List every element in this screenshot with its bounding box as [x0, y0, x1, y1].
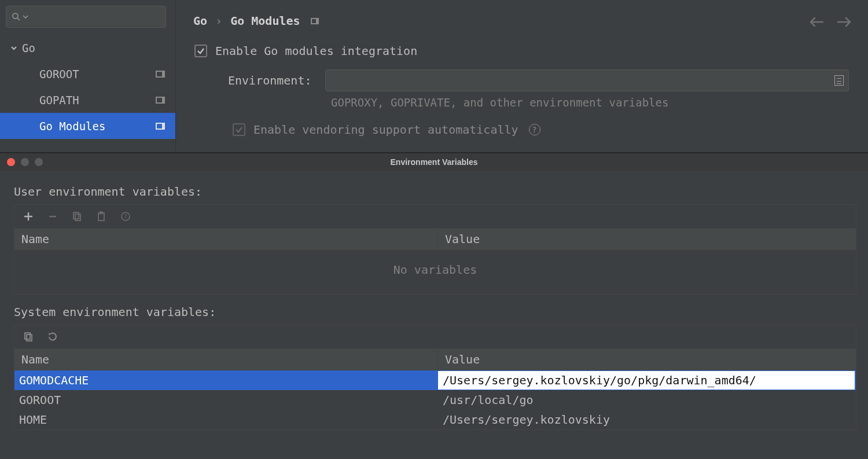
- svg-rect-4: [98, 213, 104, 221]
- tree-item-goroot[interactable]: GOROOT: [0, 61, 175, 87]
- cell-value: /Users/sergey.kozlovskiy: [438, 410, 856, 429]
- checkbox-label: Enable vendoring support automatically: [253, 123, 518, 137]
- cell-value: /usr/local/go: [438, 391, 856, 409]
- svg-line-1: [17, 18, 20, 20]
- column-header-value[interactable]: Value: [438, 229, 856, 249]
- tree-item-label: Go Modules: [39, 120, 151, 133]
- column-header-name[interactable]: Name: [14, 349, 438, 370]
- breadcrumb-leaf: Go Modules: [230, 14, 300, 28]
- copy-button[interactable]: [23, 331, 34, 343]
- project-badge-icon: [156, 123, 165, 130]
- search-icon: [11, 12, 21, 22]
- chevron-down-icon: [23, 14, 28, 20]
- user-vars-table: ? Name Value No variables: [14, 204, 856, 295]
- table-row[interactable]: HOME/Users/sergey.kozlovskiy: [14, 410, 856, 429]
- breadcrumb: Go › Go Modules: [193, 14, 851, 28]
- window-close-button[interactable]: [7, 158, 15, 166]
- tree-item-go-modules[interactable]: Go Modules: [0, 113, 175, 139]
- environment-input[interactable]: [325, 69, 849, 91]
- svg-rect-8: [25, 333, 30, 339]
- project-badge-icon: [156, 71, 165, 78]
- dialog-title: Environment Variables: [391, 157, 478, 167]
- checkbox-icon: [233, 123, 245, 136]
- environment-variables-dialog: Environment Variables User environment v…: [0, 153, 868, 459]
- environment-hint: GOPROXY, GOPRIVATE, and other environmen…: [194, 96, 851, 109]
- list-icon[interactable]: [834, 75, 844, 86]
- tree-item-label: GOROOT: [39, 68, 151, 80]
- environment-label: Environment:: [228, 74, 315, 87]
- back-button[interactable]: [809, 16, 824, 28]
- chevron-right-icon: ›: [215, 14, 222, 28]
- settings-tree: Go GOROOT GOPATH Go Modules: [0, 34, 175, 139]
- svg-rect-9: [27, 335, 32, 341]
- table-row[interactable]: GOMODCACHE/Users/sergey.kozlovskiy/go/pk…: [14, 370, 856, 390]
- column-header-value[interactable]: Value: [438, 349, 856, 370]
- breadcrumb-root[interactable]: Go: [193, 14, 207, 28]
- system-vars-table: Name Value GOMODCACHE/Users/sergey.kozlo…: [14, 325, 856, 430]
- cell-name: GOMODCACHE: [14, 371, 438, 390]
- window-zoom-button[interactable]: [35, 158, 43, 166]
- user-vars-label: User environment variables:: [14, 185, 856, 199]
- svg-point-0: [13, 13, 18, 19]
- checkbox-icon: [194, 45, 207, 57]
- remove-button[interactable]: [47, 211, 58, 222]
- copy-button[interactable]: [71, 211, 83, 222]
- column-header-name[interactable]: Name: [14, 229, 438, 249]
- help-icon[interactable]: ?: [529, 124, 540, 135]
- cell-value[interactable]: /Users/sergey.kozlovskiy/go/pkg/darwin_a…: [438, 371, 855, 390]
- paste-button[interactable]: [95, 211, 107, 222]
- project-badge-icon: [311, 18, 319, 24]
- cell-name: HOME: [14, 410, 438, 429]
- system-vars-label: System environment variables:: [14, 305, 856, 319]
- window-minimize-button[interactable]: [21, 158, 29, 166]
- chevron-down-icon: [10, 45, 17, 52]
- search-input[interactable]: [6, 6, 166, 28]
- enable-vendoring-checkbox[interactable]: Enable vendoring support automatically ?: [194, 123, 851, 137]
- help-icon[interactable]: ?: [120, 211, 131, 222]
- cell-name: GOROOT: [14, 391, 438, 409]
- svg-text:?: ?: [124, 214, 127, 220]
- tree-item-go[interactable]: Go: [0, 35, 175, 61]
- revert-button[interactable]: [47, 331, 58, 343]
- svg-rect-3: [75, 214, 80, 221]
- table-row[interactable]: GOROOT/usr/local/go: [14, 390, 856, 410]
- svg-rect-2: [73, 212, 79, 219]
- tree-item-label: GOPATH: [39, 94, 151, 107]
- tree-item-gopath[interactable]: GOPATH: [0, 87, 175, 113]
- tree-item-label: Go: [22, 42, 175, 54]
- add-button[interactable]: [23, 211, 34, 222]
- checkbox-label: Enable Go modules integration: [215, 44, 417, 58]
- enable-go-modules-checkbox[interactable]: Enable Go modules integration: [194, 44, 851, 58]
- empty-table-message: No variables: [14, 250, 856, 294]
- forward-button[interactable]: [837, 16, 852, 28]
- project-badge-icon: [156, 97, 165, 104]
- dialog-titlebar: Environment Variables: [0, 153, 868, 171]
